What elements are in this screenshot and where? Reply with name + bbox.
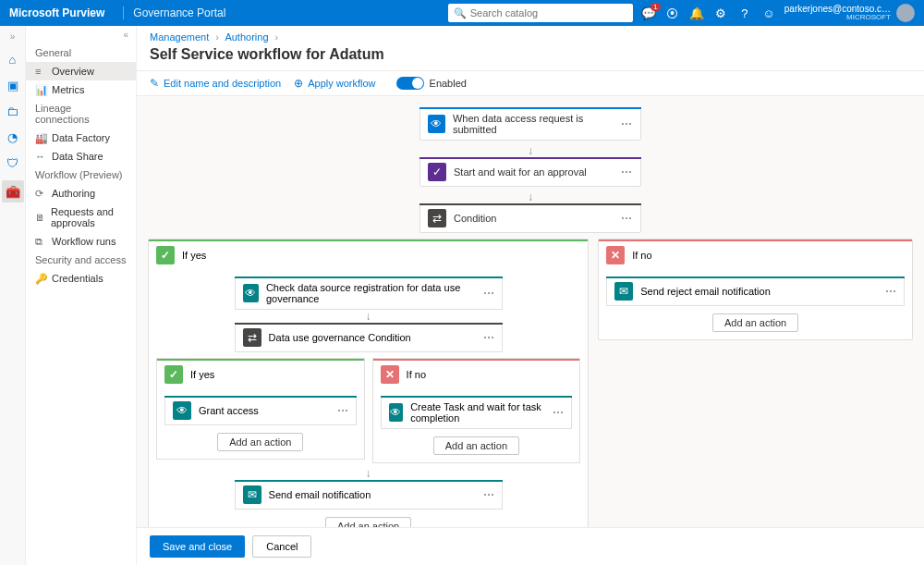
condition-menu-icon[interactable]: ⋯ bbox=[621, 212, 633, 225]
feedback-icon[interactable]: 💬1 bbox=[642, 6, 655, 19]
search-box[interactable]: 🔍 bbox=[448, 4, 633, 22]
enabled-toggle-wrap: Enabled bbox=[396, 77, 467, 90]
authoring-icon: ⟳ bbox=[35, 188, 46, 199]
condition-card[interactable]: ⇄ Condition ⋯ bbox=[419, 203, 641, 233]
runs-label: Workflow runs bbox=[52, 236, 116, 247]
apply-icon: ⊕ bbox=[294, 77, 303, 90]
if-no-box: ✕ If no ✉ Send reject email notification… bbox=[598, 239, 913, 340]
search-input[interactable] bbox=[470, 7, 627, 18]
grant-label: Grant access bbox=[199, 405, 259, 416]
save-button[interactable]: Save and close bbox=[150, 535, 245, 558]
check-icon: ✓ bbox=[156, 246, 175, 264]
help-icon[interactable]: ? bbox=[738, 6, 751, 19]
reject-menu-icon[interactable]: ⋯ bbox=[885, 285, 896, 298]
trigger-menu-icon[interactable]: ⋯ bbox=[621, 117, 633, 130]
condition-icon: ⇄ bbox=[243, 328, 261, 347]
rail-map-icon[interactable]: 🗀 bbox=[5, 103, 21, 119]
pencil-icon: ✎ bbox=[150, 77, 159, 90]
check-icon: ✓ bbox=[164, 365, 183, 384]
sidebar-item-data-factory[interactable]: 🏭Data Factory bbox=[26, 129, 136, 147]
sidebar-item-metrics[interactable]: 📊Metrics bbox=[26, 80, 136, 99]
bell-icon[interactable]: 🔔 bbox=[690, 6, 703, 19]
main-area: Management › Authoring › Self Service wo… bbox=[137, 26, 924, 565]
sidebar-item-requests[interactable]: 🗎Requests and approvals bbox=[26, 203, 136, 232]
approval-menu-icon[interactable]: ⋯ bbox=[621, 166, 633, 178]
sidebar-item-runs[interactable]: ⧉Workflow runs bbox=[26, 232, 136, 251]
nested-yes-label: If yes bbox=[190, 369, 214, 380]
add-action-button[interactable]: Add an action bbox=[433, 436, 519, 455]
rail-home-icon[interactable]: ⌂ bbox=[5, 51, 21, 68]
email-menu-icon[interactable]: ⋯ bbox=[483, 488, 494, 501]
if-no-head[interactable]: ✕ If no bbox=[599, 240, 912, 269]
send-reject-card[interactable]: ✉ Send reject email notification ⋯ bbox=[606, 276, 905, 306]
user-block[interactable]: parkerjones@contoso.c… MICROSOFT bbox=[784, 4, 891, 22]
rail-management-icon[interactable]: 🧰 bbox=[2, 180, 24, 203]
datause-menu-icon[interactable]: ⋯ bbox=[483, 331, 494, 344]
add-action-button[interactable]: Add an action bbox=[712, 313, 798, 332]
create-task-card[interactable]: 👁 Create Task and wait for task completi… bbox=[381, 396, 573, 429]
x-icon: ✕ bbox=[606, 246, 625, 264]
send-reject-label: Send reject email notification bbox=[640, 286, 771, 297]
add-action-button[interactable]: Add an action bbox=[325, 517, 411, 527]
notif-badge: 1 bbox=[650, 3, 660, 11]
send-email-card[interactable]: ✉ Send email notification ⋯ bbox=[235, 480, 503, 510]
edit-name-button[interactable]: ✎Edit name and description bbox=[150, 77, 281, 90]
rail-sources-icon[interactable]: ▣ bbox=[5, 77, 21, 93]
datause-label: Data use governance Condition bbox=[269, 332, 411, 343]
auth-label: Authoring bbox=[52, 188, 95, 199]
task-menu-icon[interactable]: ⋯ bbox=[553, 406, 564, 419]
avatar[interactable] bbox=[896, 4, 915, 22]
check-reg-menu-icon[interactable]: ⋯ bbox=[483, 287, 494, 300]
workflow-canvas[interactable]: 👁 When data access request is submitted … bbox=[137, 96, 924, 527]
condition-label: Condition bbox=[454, 213, 496, 224]
cancel-button[interactable]: Cancel bbox=[252, 535, 311, 558]
section-workflow: Workflow (Preview) bbox=[26, 166, 136, 184]
grant-card[interactable]: 👁 Grant access ⋯ bbox=[164, 396, 357, 425]
top-bar: Microsoft Purview Governance Portal 🔍 💬1… bbox=[0, 0, 924, 26]
approval-card[interactable]: ✓ Start and wait for an approval ⋯ bbox=[419, 157, 641, 187]
add-action-button[interactable]: Add an action bbox=[217, 433, 303, 451]
expand-rail-icon[interactable]: » bbox=[10, 31, 16, 42]
arrow-icon: ↓ bbox=[156, 467, 580, 480]
rail-policy-icon[interactable]: 🛡 bbox=[5, 154, 21, 171]
eye-icon: 👁 bbox=[389, 403, 404, 422]
rail-insights-icon[interactable]: ◔ bbox=[5, 129, 21, 145]
datause-cond-card[interactable]: ⇄ Data use governance Condition ⋯ bbox=[235, 323, 503, 352]
approval-label: Start and wait for an approval bbox=[454, 166, 587, 178]
toolbar: ✎Edit name and description ⊕Apply workfl… bbox=[137, 70, 924, 96]
brand-divider bbox=[123, 6, 124, 19]
portal-label: Governance Portal bbox=[133, 6, 225, 19]
section-general: General bbox=[26, 43, 136, 62]
arrow-icon: ↓ bbox=[148, 144, 913, 157]
sidebar-item-data-share[interactable]: ↔Data Share bbox=[26, 147, 136, 166]
send-email-label: Send email notification bbox=[269, 489, 371, 500]
nested-no-label: If no bbox=[407, 369, 426, 380]
eye-icon: 👁 bbox=[173, 401, 191, 420]
section-lineage: Lineage connections bbox=[26, 99, 136, 129]
crumb-management[interactable]: Management bbox=[150, 31, 209, 43]
enabled-toggle[interactable] bbox=[396, 77, 424, 90]
overview-icon: ≡ bbox=[35, 66, 46, 77]
nested-yes-head[interactable]: ✓ If yes bbox=[157, 359, 364, 388]
check-reg-card[interactable]: 👁 Check data source registration for dat… bbox=[235, 276, 503, 310]
language-icon[interactable]: ⦿ bbox=[666, 6, 679, 19]
apply-workflow-button[interactable]: ⊕Apply workflow bbox=[294, 77, 375, 90]
sidebar-item-credentials[interactable]: 🔑Credentials bbox=[26, 269, 136, 288]
metrics-icon: 📊 bbox=[35, 84, 46, 95]
trigger-card[interactable]: 👁 When data access request is submitted … bbox=[419, 107, 641, 141]
sidebar-item-authoring[interactable]: ⟳Authoring bbox=[26, 184, 136, 203]
if-no-label: If no bbox=[632, 250, 651, 261]
crumb-authoring[interactable]: Authoring bbox=[225, 31, 268, 43]
nested-no-head[interactable]: ✕ If no bbox=[373, 359, 580, 388]
gear-icon[interactable]: ⚙ bbox=[714, 6, 727, 19]
collapse-sidebar-icon[interactable]: « bbox=[26, 26, 136, 43]
arrow-icon: ↓ bbox=[148, 190, 913, 203]
grant-menu-icon[interactable]: ⋯ bbox=[337, 404, 348, 417]
sidebar-item-overview[interactable]: ≡Overview bbox=[26, 62, 136, 80]
nested-no-box: ✕ If no 👁 Create Task and wait for task bbox=[372, 358, 581, 463]
if-yes-head[interactable]: ✓ If yes bbox=[149, 240, 588, 269]
approval-icon: ✓ bbox=[428, 163, 446, 181]
smile-icon[interactable]: ☺ bbox=[762, 6, 775, 19]
sidebar: « General ≡Overview 📊Metrics Lineage con… bbox=[26, 26, 137, 565]
mail-icon: ✉ bbox=[243, 485, 261, 504]
